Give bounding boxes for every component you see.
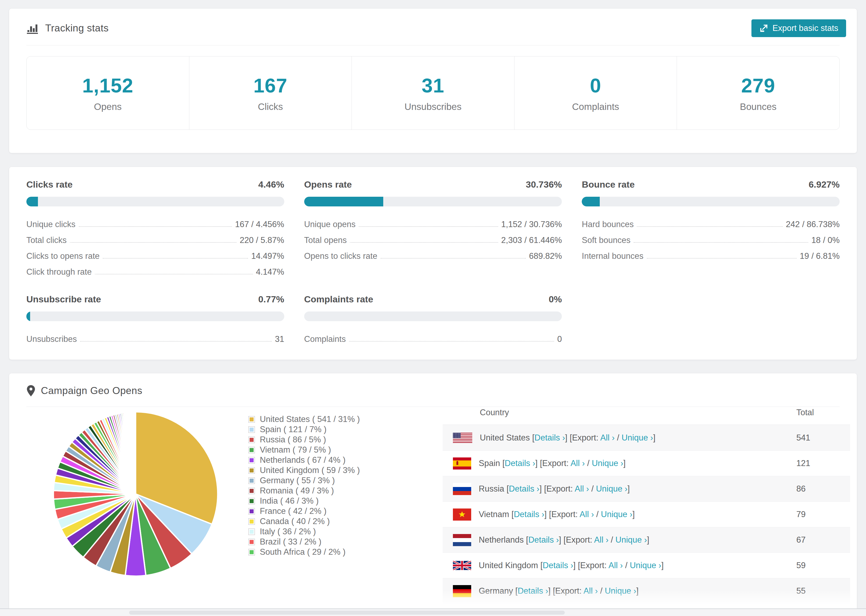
stat-bounces: 279 Bounces bbox=[677, 57, 839, 130]
stat-row: Clicks to opens rate14.497% bbox=[26, 245, 284, 261]
stat-complaints: 0 Complaints bbox=[514, 57, 677, 130]
rate-title: Complaints rate bbox=[304, 294, 373, 305]
legend-item-italy[interactable]: Italy ( 36 / 2% ) bbox=[248, 526, 360, 537]
export-unique-link[interactable]: Unique › bbox=[615, 535, 647, 545]
rates-row-2: Unsubscribe rate0.77%Unsubscribes31Compl… bbox=[26, 294, 840, 344]
stat-row-value: 167 / 4.456% bbox=[235, 220, 284, 229]
export-all-link[interactable]: All › bbox=[608, 561, 623, 570]
rate-title: Clicks rate bbox=[26, 179, 72, 190]
export-all-link[interactable]: All › bbox=[579, 509, 594, 519]
dotted-leader bbox=[359, 226, 498, 227]
details-link[interactable]: Details › bbox=[534, 433, 565, 442]
legend-item-germany[interactable]: Germany ( 55 / 3% ) bbox=[248, 475, 360, 486]
stat-row-value: 14.497% bbox=[251, 251, 284, 261]
horizontal-scrollbar-thumb[interactable] bbox=[129, 611, 565, 614]
dotted-leader bbox=[647, 258, 797, 259]
bar-chart-icon bbox=[27, 23, 39, 34]
rate-rows: Unique clicks167 / 4.456%Total clicks220… bbox=[26, 214, 284, 277]
rate-rows: Unsubscribes31 bbox=[26, 328, 284, 344]
legend-item-spain[interactable]: Spain ( 121 / 7% ) bbox=[248, 424, 360, 435]
country-name: United Kingdom bbox=[479, 561, 540, 570]
export-prefix: Export: bbox=[566, 535, 594, 545]
legend-item-romania[interactable]: Romania ( 49 / 3% ) bbox=[248, 486, 360, 496]
stat-row-label: Unsubscribes bbox=[26, 334, 77, 344]
rate-rows: Unique opens1,152 / 30.736%Total opens2,… bbox=[304, 214, 562, 261]
export-all-link[interactable]: All › bbox=[594, 535, 608, 545]
legend-swatch bbox=[249, 498, 254, 504]
legend-item-canada[interactable]: Canada ( 40 / 2% ) bbox=[248, 516, 360, 526]
complaints-count: 0 bbox=[590, 74, 601, 97]
details-link[interactable]: Details › bbox=[528, 535, 559, 545]
details-link[interactable]: Details › bbox=[518, 586, 548, 596]
bracket: [ bbox=[515, 586, 518, 596]
rate-value: 0% bbox=[549, 294, 562, 305]
legend-label: Canada ( 40 / 2% ) bbox=[260, 517, 330, 526]
total-cell: 79 bbox=[796, 509, 806, 519]
export-basic-stats-button[interactable]: Export basic stats bbox=[751, 19, 846, 37]
legend-label: Russia ( 86 / 5% ) bbox=[260, 435, 326, 445]
bracket: ] [ bbox=[548, 586, 555, 596]
stat-row-value: 220 / 5.87% bbox=[239, 236, 284, 245]
pie-slice[interactable] bbox=[135, 412, 135, 494]
export-unique-link[interactable]: Unique › bbox=[592, 459, 623, 468]
legend-item-united-states[interactable]: United States ( 541 / 31% ) bbox=[248, 414, 360, 424]
clicks-count: 167 bbox=[254, 74, 287, 97]
details-link[interactable]: Details › bbox=[509, 484, 540, 493]
stat-row: Total opens2,303 / 61.446% bbox=[304, 229, 562, 245]
export-unique-link[interactable]: Unique › bbox=[596, 484, 627, 493]
rates-card: Clicks rate4.46%Unique clicks167 / 4.456… bbox=[9, 167, 857, 360]
export-unique-link[interactable]: Unique › bbox=[622, 433, 653, 442]
legend-item-russia[interactable]: Russia ( 86 / 5% ) bbox=[248, 435, 360, 445]
col-country: Country bbox=[480, 408, 509, 417]
stat-row-value: 1,152 / 30.736% bbox=[501, 220, 562, 229]
horizontal-scrollbar-track[interactable] bbox=[0, 608, 866, 616]
legend-label: United States ( 541 / 31% ) bbox=[260, 415, 360, 424]
geo-pie-chart[interactable] bbox=[51, 409, 220, 579]
details-link[interactable]: Details › bbox=[505, 459, 535, 468]
legend-item-netherlands[interactable]: Netherlands ( 67 / 4% ) bbox=[248, 455, 360, 465]
geo-country-table: Country Total United States [Details ›] … bbox=[443, 400, 850, 603]
slash: / bbox=[589, 484, 596, 493]
details-link[interactable]: Details › bbox=[514, 509, 544, 519]
stat-row-label: Click through rate bbox=[26, 267, 92, 277]
details-link[interactable]: Details › bbox=[543, 561, 573, 570]
legend-item-india[interactable]: India ( 46 / 3% ) bbox=[248, 496, 360, 506]
opens-label: Opens bbox=[94, 101, 121, 112]
rate-block-clicks-rate: Clicks rate4.46%Unique clicks167 / 4.456… bbox=[26, 179, 284, 277]
export-icon bbox=[759, 24, 768, 33]
stat-row-label: Complaints bbox=[304, 334, 346, 344]
stat-row-label: Soft bounces bbox=[582, 236, 630, 245]
export-all-link[interactable]: All › bbox=[600, 433, 614, 442]
flag-icon-us bbox=[453, 433, 472, 443]
legend-label: South Africa ( 29 / 2% ) bbox=[260, 547, 346, 557]
legend-item-france[interactable]: France ( 42 / 2% ) bbox=[248, 506, 360, 516]
export-all-link[interactable]: All › bbox=[575, 484, 589, 493]
geo-opens-card: Campaign Geo Opens United States ( 541 /… bbox=[9, 373, 857, 609]
rate-title: Opens rate bbox=[304, 179, 352, 190]
tracking-stats-header: Tracking stats Export basic stats bbox=[18, 19, 848, 38]
rate-block-complaints-rate: Complaints rate0%Complaints0 bbox=[304, 294, 562, 344]
legend-item-united-kingdom[interactable]: United Kingdom ( 59 / 3% ) bbox=[248, 465, 360, 475]
legend-swatch bbox=[249, 427, 254, 432]
stat-row-label: Clicks to opens rate bbox=[26, 251, 99, 261]
bounces-count: 279 bbox=[741, 74, 775, 97]
stat-row-label: Internal bounces bbox=[582, 251, 643, 261]
legend-swatch bbox=[249, 416, 254, 422]
legend-swatch bbox=[249, 549, 254, 555]
bracket: ] bbox=[647, 535, 649, 545]
bracket: ] bbox=[661, 561, 664, 570]
stat-row-value: 242 / 86.738% bbox=[786, 220, 840, 229]
legend-label: India ( 46 / 3% ) bbox=[260, 496, 319, 506]
export-unique-link[interactable]: Unique › bbox=[601, 509, 632, 519]
export-all-link[interactable]: All › bbox=[583, 586, 598, 596]
rate-title: Unsubscribe rate bbox=[26, 294, 101, 305]
progress-fill bbox=[26, 311, 30, 321]
rate-head: Unsubscribe rate0.77% bbox=[26, 294, 284, 305]
legend-item-brazil[interactable]: Brazil ( 33 / 2% ) bbox=[248, 537, 360, 547]
export-unique-link[interactable]: Unique › bbox=[630, 561, 661, 570]
export-all-link[interactable]: All › bbox=[570, 459, 585, 468]
legend-item-south-africa[interactable]: South Africa ( 29 / 2% ) bbox=[248, 547, 360, 557]
export-unique-link[interactable]: Unique › bbox=[605, 586, 636, 596]
legend-swatch bbox=[249, 447, 254, 453]
legend-item-vietnam[interactable]: Vietnam ( 79 / 5% ) bbox=[248, 445, 360, 455]
